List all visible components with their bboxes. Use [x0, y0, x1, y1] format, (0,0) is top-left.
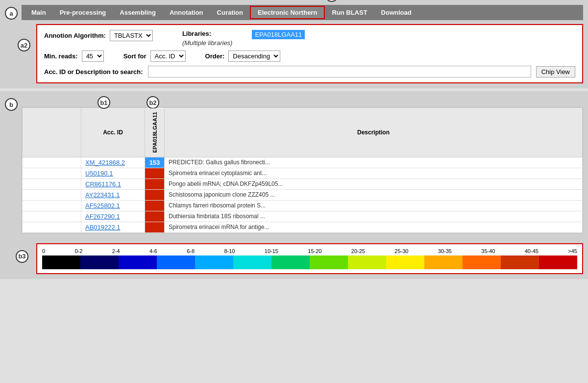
library-selected[interactable]: EPA018LGAA11 — [252, 30, 305, 39]
row-spacer — [23, 222, 81, 232]
legend-seg — [195, 255, 233, 269]
section-b: b b1 b2 — [0, 91, 588, 279]
annot-algorithm-select[interactable]: TBLASTX — [110, 30, 153, 41]
legend-label: 0-2 — [74, 248, 82, 254]
min-reads-label: Min. reads: — [44, 52, 78, 60]
cell-epa-val — [145, 222, 165, 232]
min-reads-select[interactable]: 45 — [82, 51, 104, 62]
cell-accid[interactable]: AY223431.1 — [81, 189, 145, 200]
sort-for-select[interactable]: Acc. ID — [150, 51, 186, 62]
search-label: Acc. ID or Description to search: — [44, 68, 143, 76]
legend-seg — [463, 255, 501, 269]
legend-seg — [233, 255, 271, 269]
col-header-accid — [23, 108, 81, 157]
annot-algorithm-label: Annotion Algorithm: — [44, 32, 106, 39]
cell-epa-val: 153 — [145, 157, 165, 168]
libraries-sublabel: (Multiple libraries) — [182, 39, 233, 47]
legend-label: 40-45 — [525, 248, 539, 254]
section-a-label: a — [5, 7, 18, 20]
row-spacer — [23, 200, 81, 211]
table-row: AF525802.1Chlamys farreri ribosomal prot… — [23, 200, 583, 211]
order-select[interactable]: Desacending — [228, 51, 280, 62]
cell-desc: Spirometra erinacei mRNA for antige... — [165, 222, 583, 232]
cell-epa-val — [145, 179, 165, 189]
row-spacer — [23, 157, 81, 168]
nav-item-preprocessing[interactable]: Pre-processing — [53, 7, 113, 18]
cell-accid[interactable]: AF525802.1 — [81, 200, 145, 211]
cell-accid[interactable]: AF267290.1 — [81, 211, 145, 222]
legend-label: 2-4 — [112, 248, 120, 254]
table-row: AY223431.1Schistosoma japonicum clone ZZ… — [23, 189, 583, 200]
legend-label: 35-40 — [481, 248, 495, 254]
legend-label: 0 — [42, 248, 45, 254]
search-input[interactable] — [148, 66, 531, 77]
legend-label: 15-20 — [308, 248, 321, 254]
a2-label: a2 — [18, 39, 30, 51]
nav-item-main[interactable]: Main — [24, 7, 53, 18]
legend-seg — [501, 255, 539, 269]
nav-item-electronic_northern[interactable]: Electronic Northern — [250, 6, 325, 19]
nav-item-run_blast[interactable]: Run BLAST — [325, 7, 374, 18]
nav-item-curation[interactable]: Curation — [210, 7, 250, 18]
cell-accid[interactable]: U50190.1 — [81, 168, 145, 179]
nav-item-annotation[interactable]: Annotation — [163, 7, 210, 18]
section-b-label: b — [5, 98, 18, 111]
cell-epa-val — [145, 168, 165, 179]
table-row: U50190.1Spirometra erinacei cytoplasmic … — [23, 168, 583, 179]
legend-label: 25-30 — [394, 248, 408, 254]
data-table: Acc. ID EPA018LGAA11 Description XM_4218… — [22, 107, 583, 233]
nav-bar: MainPre-processingAssemblingAnnotationCu… — [22, 5, 583, 20]
chip-view-button[interactable]: Chip View — [536, 66, 575, 77]
legend-seg — [424, 255, 463, 269]
row-spacer — [23, 179, 81, 189]
cell-accid[interactable]: CR861176.1 — [81, 179, 145, 189]
table-row: CR861176.1Pongo abelii mRNA; cDNA DKFZp4… — [23, 179, 583, 189]
row-spacer — [23, 211, 81, 222]
b3-label: b3 — [16, 250, 28, 263]
legend-seg — [539, 255, 577, 269]
legend-label: 6-8 — [187, 248, 195, 254]
cell-epa-val — [145, 211, 165, 222]
table-row: XM_421868.2153PREDICTED: Gallus gallus f… — [23, 157, 583, 168]
libraries-label: Libraries: — [182, 30, 211, 37]
legend-label: 20-25 — [351, 248, 365, 254]
cell-accid[interactable]: AB019222.1 — [81, 222, 145, 232]
b2-label: b2 — [147, 96, 159, 109]
legend-seg — [80, 255, 119, 269]
b1-label: b1 — [98, 96, 110, 109]
sort-for-label: Sort for — [123, 52, 147, 60]
cell-desc: Duthiersia fimbriata 18S ribosomal ... — [165, 211, 583, 222]
order-label: Order: — [205, 52, 225, 60]
cell-accid[interactable]: XM_421868.2 — [81, 157, 145, 168]
legend-seg — [386, 255, 424, 269]
cell-desc: Chlamys farreri ribosomal protein S... — [165, 200, 583, 211]
legend-label: 30-35 — [438, 248, 452, 254]
legend-seg — [157, 255, 195, 269]
cell-desc: Schistosoma japonicum clone ZZZ405 ... — [165, 189, 583, 200]
table-row: AF267290.1Duthiersia fimbriata 18S ribos… — [23, 211, 583, 222]
nav-item-download[interactable]: Download — [374, 7, 418, 18]
nav-item-assembling[interactable]: Assembling — [113, 7, 163, 18]
cell-desc: Spirometra erinacei cytoplasmic ant... — [165, 168, 583, 179]
legend-seg — [271, 255, 310, 269]
legend-seg — [119, 255, 157, 269]
cell-desc: Pongo abelii mRNA; cDNA DKFZp459L05... — [165, 179, 583, 189]
cell-desc: PREDICTED: Gallus gallus fibronecti... — [165, 157, 583, 168]
legend-label: 10-15 — [265, 248, 278, 254]
row-spacer — [23, 189, 81, 200]
legend-label: 8-10 — [224, 248, 235, 254]
col-header-epa: EPA018LGAA11 — [145, 108, 165, 157]
a1-label: a1 — [325, 0, 338, 2]
legend-label: >45 — [568, 248, 577, 254]
col-header-accid-label: Acc. ID — [81, 108, 145, 157]
data-table-wrapper: Acc. ID EPA018LGAA11 Description XM_4218… — [22, 107, 583, 233]
section-a: a a1 MainPre-processingAssemblingAnnotat… — [0, 0, 588, 88]
legend-seg — [42, 255, 80, 269]
cell-epa-val — [145, 189, 165, 200]
legend-seg — [310, 255, 348, 269]
legend-label: 4-6 — [149, 248, 157, 254]
legend-box: 00-22-44-66-88-1010-1515-2020-2525-3030-… — [36, 243, 583, 274]
controls-box: Annotion Algorithm: TBLASTX Libraries: (… — [36, 24, 583, 83]
cell-epa-val — [145, 200, 165, 211]
legend-seg — [348, 255, 386, 269]
